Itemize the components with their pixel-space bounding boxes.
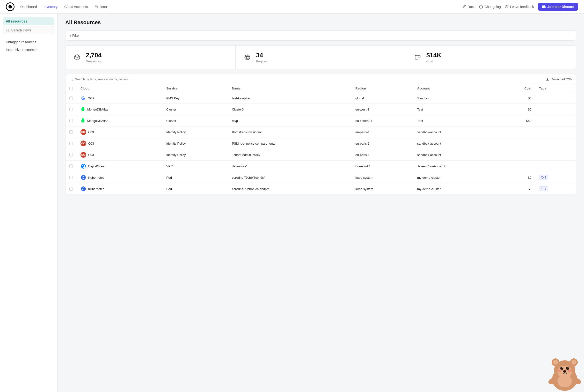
feedback-button[interactable]: Leave feedback xyxy=(505,5,534,9)
region-cell: eu-paris-1 xyxy=(351,138,413,149)
col-name: Name xyxy=(228,84,351,93)
nav-cloud-accounts[interactable]: Cloud Accounts xyxy=(64,5,88,9)
cost-cell: $0 xyxy=(500,104,535,115)
cloud-name: Kubernetes xyxy=(88,187,104,191)
nav-inventory[interactable]: Inventory xyxy=(44,5,58,9)
table-row: Kubernetes Pod coredns-79cbbf8cb-qndpm k… xyxy=(65,183,576,195)
name-cell: BootstrapProvisioning xyxy=(228,126,351,138)
table-search-input[interactable] xyxy=(75,78,544,81)
service-cell: Cluster xyxy=(162,104,228,115)
table-header: Cloud Service Name Region Account Cost T… xyxy=(65,84,576,93)
row-checkbox[interactable] xyxy=(69,130,73,134)
app-layout: All resources Untagged resources Expensi… xyxy=(0,14,584,392)
cloud-name: Kubernetes xyxy=(88,176,104,180)
search-views-container[interactable] xyxy=(3,26,54,34)
table-row: Kubernetes Pod coredns-79cbbf8cb-j9sfl k… xyxy=(65,172,576,183)
name-cell: test-key-jake xyxy=(228,93,351,104)
cloud-name: OCI xyxy=(88,153,94,157)
col-service: Service xyxy=(162,84,228,93)
nav-dashboard[interactable]: Dashboard xyxy=(20,5,37,9)
all-resources-label: All resources xyxy=(6,19,27,23)
cloud-cell: OCI OCI xyxy=(77,126,162,138)
name-cell: coredns-79cbbf8cb-j9sfl xyxy=(228,172,351,183)
tags-badge[interactable]: 3 xyxy=(539,186,548,191)
row-checkbox[interactable] xyxy=(69,176,73,179)
download-csv-button[interactable]: Download CSV xyxy=(546,77,572,81)
filter-button[interactable]: + Filter xyxy=(69,34,80,38)
docs-button[interactable]: Docs xyxy=(462,5,475,9)
row-checkbox[interactable] xyxy=(69,96,73,100)
row-checkbox[interactable] xyxy=(69,153,73,156)
app-logo[interactable] xyxy=(6,2,14,11)
cloud-cell: OCI OCI xyxy=(77,138,162,149)
cloud-name: OCI xyxy=(88,130,94,134)
stat-cost: $14K Cost xyxy=(406,46,576,69)
select-all-checkbox[interactable] xyxy=(69,87,73,90)
row-checkbox[interactable] xyxy=(69,108,73,111)
sidebar-item-expensive[interactable]: Expensive resources xyxy=(3,46,54,54)
account-cell: my-demo-cluster xyxy=(413,183,500,195)
feedback-label: Leave feedback xyxy=(510,5,534,9)
name-cell: mvp xyxy=(228,115,351,126)
resources-table-container: Download CSV Cloud Service Name Region A… xyxy=(65,74,576,195)
region-cell: kube-system xyxy=(351,183,413,195)
table-search-icon xyxy=(69,78,73,81)
stats-row: 2,704 Resources 34 Regions $14K xyxy=(65,46,576,69)
col-cloud: Cloud xyxy=(77,84,162,93)
account-cell: sandbox-account xyxy=(413,149,500,160)
tags-cell xyxy=(535,126,576,138)
tags-cell xyxy=(535,160,576,172)
service-cell: Pod xyxy=(162,183,228,195)
cost-cell xyxy=(500,126,535,138)
svg-point-2 xyxy=(245,55,250,60)
cost-cell: $0 xyxy=(500,93,535,104)
table-row: OCI OCI Identity Policy BootstrapProvisi… xyxy=(65,126,576,138)
search-views-input[interactable] xyxy=(11,28,51,32)
tags-badge[interactable]: 3 xyxy=(539,175,548,180)
sidebar-item-all-resources[interactable]: All resources xyxy=(3,18,54,25)
col-cost: Cost xyxy=(500,84,535,93)
regions-icon xyxy=(242,52,252,62)
discord-button[interactable]: Join our Discord xyxy=(538,3,578,11)
row-checkbox[interactable] xyxy=(69,164,73,168)
table-row: MongoDBAtlas Cluster mvp eu-central-1 Te… xyxy=(65,115,576,126)
col-tags: Tags xyxy=(535,84,576,93)
filter-label: + Filter xyxy=(69,34,80,38)
service-cell: Pod xyxy=(162,172,228,183)
cloud-name: GCP xyxy=(88,96,94,100)
sidebar: All resources Untagged resources Expensi… xyxy=(0,14,57,392)
row-checkbox[interactable] xyxy=(69,187,73,190)
cloud-cell: OCI OCI xyxy=(77,149,162,160)
table-row: MongoDBAtlas Cluster Cluster0 eu-west-3 … xyxy=(65,104,576,115)
cloud-name: OCI xyxy=(88,142,94,145)
tags-cell: 3 xyxy=(535,183,576,195)
resources-value: 2,704 xyxy=(86,52,101,59)
name-cell: Cluster0 xyxy=(228,104,351,115)
region-cell: Frankfurt 1 xyxy=(351,160,413,172)
regions-value: 34 xyxy=(256,52,268,59)
account-cell: Test xyxy=(413,104,500,115)
changelog-button[interactable]: Changelog xyxy=(479,5,501,9)
account-cell: sandbox-account xyxy=(413,138,500,149)
nav-right: Docs Changelog Leave feedback Join our D… xyxy=(462,3,578,11)
name-cell: default-fra1 xyxy=(228,160,351,172)
resources-icon xyxy=(72,52,82,62)
name-cell: coredns-79cbbf8cb-qndpm xyxy=(228,183,351,195)
col-region: Region xyxy=(351,84,413,93)
stat-regions: 34 Regions xyxy=(236,46,406,69)
regions-label: Regions xyxy=(256,60,268,63)
nav-links: Dashboard Inventory Cloud Accounts Explo… xyxy=(20,5,462,9)
nav-explorer[interactable]: Explorer xyxy=(94,5,107,9)
cost-cell: $0 xyxy=(500,183,535,195)
row-checkbox[interactable] xyxy=(69,119,73,122)
row-checkbox[interactable] xyxy=(69,142,73,145)
cost-cell: $0 xyxy=(500,172,535,183)
table-row: GCP KMS Key test-key-jake global Sandbox… xyxy=(65,93,576,104)
tags-cell xyxy=(535,138,576,149)
sidebar-item-untagged[interactable]: Untagged resources xyxy=(3,38,54,46)
tags-cell xyxy=(535,93,576,104)
filter-bar: + Filter xyxy=(65,30,576,41)
name-cell: PSM-root-policy-compartments xyxy=(228,138,351,149)
account-cell: sandbox-account xyxy=(413,126,500,138)
cost-cell xyxy=(500,138,535,149)
